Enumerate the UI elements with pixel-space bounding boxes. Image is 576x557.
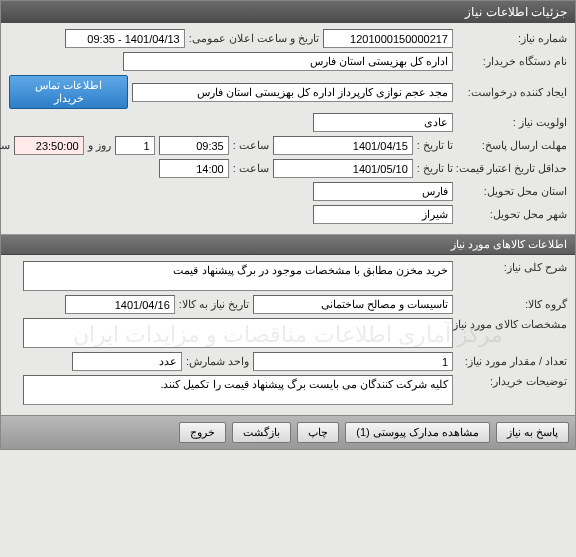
qty-label: تعداد / مقدار مورد نیاز: (457, 355, 567, 368)
days-label: روز و (88, 139, 111, 152)
unit-label: واحد شمارش: (186, 355, 249, 368)
group-label: گروه کالا: (457, 298, 567, 311)
until-date-label-2: تا تاریخ : (417, 162, 453, 175)
min-valid-date-field[interactable] (273, 159, 413, 178)
buyer-note-label: توضیحات خریدار: (457, 375, 567, 388)
province-label: استان محل تحویل: (457, 185, 567, 198)
desc-field[interactable] (23, 261, 453, 291)
form-section-2: مرکز آماری اطلاعات مناقصات و مزایدات ایر… (1, 255, 575, 415)
deadline-time-field[interactable] (159, 136, 229, 155)
city-field[interactable] (313, 205, 453, 224)
need-no-field[interactable] (323, 29, 453, 48)
footer-toolbar: پاسخ به نیاز مشاهده مدارک پیوستی (1) چاپ… (1, 415, 575, 449)
need-no-label: شماره نیاز: (457, 32, 567, 45)
print-button[interactable]: چاپ (297, 422, 339, 443)
window-title: جزئیات اطلاعات نیاز (465, 5, 567, 19)
qty-field[interactable] (253, 352, 453, 371)
min-valid-time-field[interactable] (159, 159, 229, 178)
until-date-label: تا تاریخ : (417, 139, 453, 152)
unit-field[interactable] (72, 352, 182, 371)
city-label: شهر محل تحویل: (457, 208, 567, 221)
announce-label: تاریخ و ساعت اعلان عمومی: (189, 32, 319, 45)
deadline-reply-label: مهلت ارسال پاسخ: (457, 139, 567, 152)
remaining-time-field[interactable] (14, 136, 84, 155)
reply-button[interactable]: پاسخ به نیاز (496, 422, 569, 443)
deadline-date-field[interactable] (273, 136, 413, 155)
group-field[interactable] (253, 295, 453, 314)
need-date-field[interactable] (65, 295, 175, 314)
need-date-label: تاریخ نیاز به کالا: (179, 298, 249, 311)
min-valid-label: حداقل تاریخ اعتبار قیمت: (457, 162, 567, 175)
desc-label: شرح کلی نیاز: (457, 261, 567, 274)
province-field[interactable] (313, 182, 453, 201)
spec-label: مشخصات کالای مورد نیاز: (457, 318, 567, 331)
buyer-note-field[interactable] (23, 375, 453, 405)
titlebar: جزئیات اطلاعات نیاز (1, 1, 575, 23)
contact-buyer-button[interactable]: اطلاعات تماس خریدار (9, 75, 128, 109)
priority-field[interactable] (313, 113, 453, 132)
back-button[interactable]: بازگشت (232, 422, 291, 443)
form-section-1: شماره نیاز: تاریخ و ساعت اعلان عمومی: نا… (1, 23, 575, 234)
exit-button[interactable]: خروج (179, 422, 226, 443)
announce-field[interactable] (65, 29, 185, 48)
min-valid-time-label: ساعت : (233, 162, 269, 175)
window: جزئیات اطلاعات نیاز شماره نیاز: تاریخ و … (0, 0, 576, 450)
requester-label: ایجاد کننده درخواست: (457, 86, 567, 99)
remaining-label: ساعت باقی مانده (0, 139, 10, 152)
requester-field[interactable] (132, 83, 453, 102)
priority-label: اولویت نیاز : (457, 116, 567, 129)
spec-field[interactable] (23, 318, 453, 348)
attachments-button[interactable]: مشاهده مدارک پیوستی (1) (345, 422, 490, 443)
deadline-time-label: ساعت : (233, 139, 269, 152)
buyer-label: نام دستگاه خریدار: (457, 55, 567, 68)
buyer-field[interactable] (123, 52, 453, 71)
section-header-goods: اطلاعات کالاهای مورد نیاز (1, 234, 575, 255)
days-field[interactable] (115, 136, 155, 155)
